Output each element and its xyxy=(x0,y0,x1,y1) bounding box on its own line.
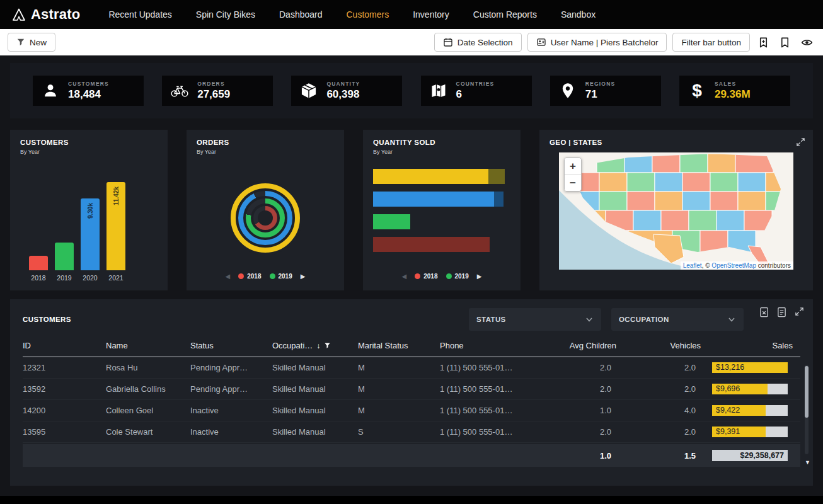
nav-item-recent-updates[interactable]: Recent Updates xyxy=(96,0,183,29)
expand-icon[interactable] xyxy=(793,306,805,319)
orders-chart-card: ORDERS By Year ◀ 2018 2019 ▶ xyxy=(187,130,344,290)
bar-2021[interactable]: 11.42k xyxy=(106,182,125,270)
leaflet-link[interactable]: Leaflet xyxy=(683,262,702,269)
bookmark-add-button[interactable] xyxy=(756,35,771,50)
next-arrow-icon[interactable]: ▶ xyxy=(301,273,306,280)
legend-item-2019[interactable]: 2019 xyxy=(446,273,469,280)
column-header-phone[interactable]: Phone xyxy=(440,341,546,350)
hbar-2018[interactable] xyxy=(373,237,510,252)
table-scrollbar[interactable] xyxy=(805,365,809,454)
column-header-name[interactable]: Name xyxy=(106,341,190,350)
table-title: CUSTOMERS xyxy=(23,316,71,323)
customers-table-body: 12321Rosa HuPending Appr…Skilled ManualM… xyxy=(23,357,800,443)
chart-subtitle: By Year xyxy=(373,149,510,155)
eye-icon xyxy=(800,37,814,49)
bookmark-button[interactable] xyxy=(777,35,793,50)
sales-value: $9,696 xyxy=(712,384,740,393)
table-cell: 1 (11) 500 555-01… xyxy=(440,363,546,372)
kpi-quantity[interactable]: QUANTITY 60,398 xyxy=(291,76,402,106)
kpi-text: ORDERS 27,659 xyxy=(197,81,230,101)
date-selection-label: Date Selection xyxy=(458,38,513,47)
leaflet-map[interactable]: + − Leaflet, © OpenStreetMap contributor… xyxy=(559,152,793,270)
funnel-icon xyxy=(16,38,25,47)
totals-vehicles: 1.5 xyxy=(616,451,701,461)
person-icon xyxy=(41,81,60,100)
table-cell: Pending Appr… xyxy=(190,384,272,394)
filter-bar-button[interactable]: Filter bar button xyxy=(672,33,750,52)
hbar-2021[interactable] xyxy=(373,169,510,184)
zoom-in-button[interactable]: + xyxy=(565,158,581,175)
nav-item-customers[interactable]: Customers xyxy=(334,0,401,29)
nav-item-inventory[interactable]: Inventory xyxy=(401,0,461,29)
bar-2018[interactable] xyxy=(29,256,48,270)
legend-item-2018[interactable]: 2018 xyxy=(415,273,437,280)
bar-2019[interactable] xyxy=(55,243,74,270)
footer-bar xyxy=(0,496,823,504)
hbar-2019[interactable] xyxy=(373,214,510,229)
table-cell: Cole Stewart xyxy=(106,427,190,437)
column-header-avg-children[interactable]: Avg Children xyxy=(546,341,616,350)
bar-value-label: 11.42k xyxy=(113,186,120,205)
prev-arrow-icon[interactable]: ◀ xyxy=(402,273,407,280)
kpi-orders[interactable]: ORDERS 27,659 xyxy=(162,76,273,106)
kpi-sales[interactable]: $ SALES 29.36M xyxy=(679,76,790,106)
column-header-occupation[interactable]: Occupati… ↓ xyxy=(272,341,358,350)
column-header-sales[interactable]: Sales xyxy=(701,341,793,350)
filter-funnel-icon[interactable] xyxy=(324,342,331,349)
export-document-button[interactable] xyxy=(776,306,788,319)
kpi-regions[interactable]: REGIONS 71 xyxy=(550,76,661,106)
sales-cell: $9,422 xyxy=(701,405,793,416)
column-header-marital-status[interactable]: Marital Status xyxy=(358,341,440,350)
hbar-2020[interactable] xyxy=(373,192,510,207)
prev-arrow-icon[interactable]: ◀ xyxy=(226,273,231,280)
sort-desc-icon[interactable]: ↓ xyxy=(316,341,320,350)
zoom-out-button[interactable]: − xyxy=(565,175,581,191)
table-cell: Pending Appr… xyxy=(190,363,272,372)
export-excel-button[interactable] xyxy=(758,306,770,319)
nav-item-custom-reports[interactable]: Custom Reports xyxy=(461,0,549,29)
legend-item-2018[interactable]: 2018 xyxy=(238,273,261,280)
bar-rect[interactable] xyxy=(55,243,74,270)
totals-sales-cell: $29,358,677 xyxy=(701,450,793,461)
column-header-vehicles[interactable]: Vehicles xyxy=(616,341,701,350)
user-button[interactable]: User Name | Piers Batchelor xyxy=(527,33,667,52)
kpi-customers[interactable]: CUSTOMERS 18,484 xyxy=(33,76,144,106)
toolbar-right-group: Date Selection User Name | Piers Batchel… xyxy=(434,33,815,52)
date-selection-button[interactable]: Date Selection xyxy=(434,33,522,52)
occupation-dropdown[interactable]: OCCUPATION xyxy=(611,308,744,331)
table-row[interactable]: 13595Cole StewartInactiveSkilled ManualS… xyxy=(23,421,800,443)
top-nav: Astrato Recent Updates Spin City Bikes D… xyxy=(0,0,823,29)
kpi-label: QUANTITY xyxy=(326,81,360,87)
expand-icon[interactable] xyxy=(795,136,807,150)
table-cell: 12321 xyxy=(23,363,106,372)
nav-item-sandbox[interactable]: Sandbox xyxy=(549,0,607,29)
legend-item-2019[interactable]: 2019 xyxy=(270,273,292,280)
column-header-status[interactable]: Status xyxy=(190,341,272,350)
sales-cell: $9,696 xyxy=(701,384,793,394)
bar-rect[interactable]: 9.30k xyxy=(81,198,100,270)
quantity-hbar-plot xyxy=(373,169,510,252)
status-dropdown[interactable]: STATUS xyxy=(469,308,601,331)
next-arrow-icon[interactable]: ▶ xyxy=(477,273,482,280)
kpi-countries[interactable]: COUNTRIES 6 xyxy=(421,76,532,106)
kpi-value: 27,659 xyxy=(197,88,230,101)
bar-rect[interactable] xyxy=(29,256,48,270)
legend-dot xyxy=(270,273,275,279)
scroll-down-icon[interactable]: ▼ xyxy=(805,459,810,466)
nav-item-spin-city-bikes[interactable]: Spin City Bikes xyxy=(184,0,267,29)
scrollbar-thumb[interactable] xyxy=(805,366,809,418)
nav-items: Recent Updates Spin City Bikes Dashboard… xyxy=(96,0,607,29)
view-button[interactable] xyxy=(798,35,815,50)
table-row[interactable]: 14200Colleen GoelInactiveSkilled ManualM… xyxy=(23,400,800,421)
table-row[interactable]: 13592Gabriella CollinsPending Appr…Skill… xyxy=(23,379,800,400)
new-filter-button[interactable]: New xyxy=(8,33,55,52)
openstreetmap-link[interactable]: OpenStreetMap xyxy=(711,262,756,269)
column-header-id[interactable]: ID xyxy=(23,341,106,350)
bar-2020[interactable]: 9.30k xyxy=(81,198,100,270)
table-cell: 1 (11) 500 555-01… xyxy=(440,427,546,437)
brand[interactable]: Astrato xyxy=(11,6,80,23)
table-row[interactable]: 12321Rosa HuPending Appr…Skilled ManualM… xyxy=(23,357,800,379)
bar-rect[interactable]: 11.42k xyxy=(106,182,125,270)
nav-item-dashboard[interactable]: Dashboard xyxy=(267,0,335,29)
table-cell: Rosa Hu xyxy=(106,363,190,372)
